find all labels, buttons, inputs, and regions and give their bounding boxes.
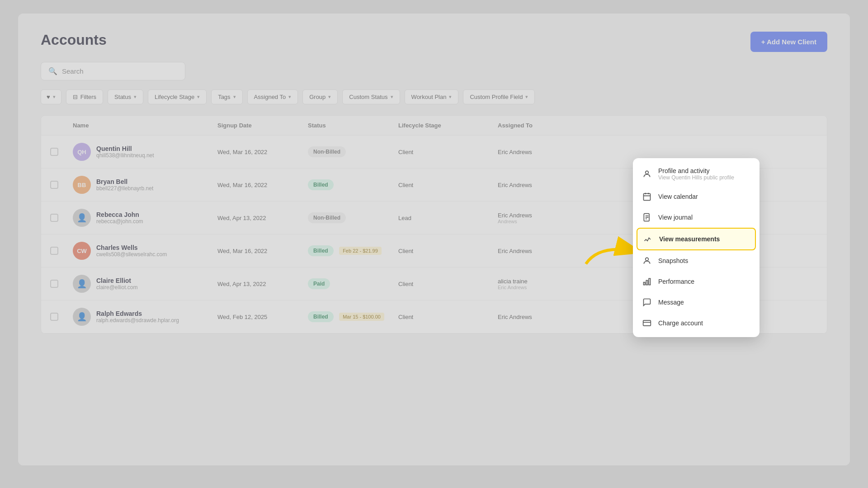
client-name: Ralph Edwards xyxy=(96,310,179,317)
menu-item-label: Profile and activity xyxy=(658,167,710,174)
svg-point-0 xyxy=(646,171,649,174)
measurements-icon xyxy=(643,234,653,244)
lifecycle-filter[interactable]: Lifecycle Stage ▾ xyxy=(148,89,207,104)
col-checkbox xyxy=(50,122,73,129)
chevron-down-icon: ▾ xyxy=(233,94,236,100)
lifecycle-stage: Lead xyxy=(398,215,498,221)
client-email: claire@elliot.com xyxy=(96,284,138,291)
client-info: 👤 Claire Elliot claire@elliot.com xyxy=(73,275,217,293)
col-status: Status xyxy=(308,122,398,129)
journal-icon xyxy=(642,212,652,222)
svg-rect-8 xyxy=(646,281,647,285)
client-info: 👤 Rebecca John rebecca@john.com xyxy=(73,209,217,227)
custom-profile-filter[interactable]: Custom Profile Field ▾ xyxy=(463,89,535,104)
menu-item-label: Charge account xyxy=(658,319,703,327)
profile-icon xyxy=(642,169,652,179)
context-menu-item-profile[interactable]: Profile and activity View Quentin Hills … xyxy=(633,162,760,186)
client-email: ralph.edwards@sdrawde.hplar.org xyxy=(96,317,179,324)
context-menu-item-journal[interactable]: View journal xyxy=(633,207,760,228)
context-menu: Profile and activity View Quentin Hills … xyxy=(633,158,760,337)
search-input[interactable] xyxy=(62,67,178,75)
status-badge: Billed xyxy=(308,245,334,256)
performance-icon xyxy=(642,277,652,286)
menu-item-label: Performance xyxy=(658,278,694,285)
search-icon: 🔍 xyxy=(48,67,57,75)
col-name: Name xyxy=(73,122,217,129)
chevron-down-icon: ▾ xyxy=(197,94,200,100)
col-lifecycle: Lifecycle Stage xyxy=(398,122,498,129)
context-menu-item-calendar[interactable]: View calendar xyxy=(633,186,760,207)
status-filter[interactable]: Status ▾ xyxy=(108,89,143,104)
menu-item-label: View calendar xyxy=(658,193,698,200)
status-badge: Billed xyxy=(308,179,334,190)
avatar: CW xyxy=(73,242,91,260)
status-cell: Billed Mar 15 - $100.00 xyxy=(308,311,398,322)
client-name: Claire Elliot xyxy=(96,277,138,284)
signup-date: Wed, Mar 16, 2022 xyxy=(217,149,308,155)
svg-rect-1 xyxy=(644,193,651,200)
avatar: 👤 xyxy=(73,308,91,326)
chevron-down-icon: ▾ xyxy=(134,94,137,100)
status-cell: Billed xyxy=(308,179,398,190)
custom-status-filter[interactable]: Custom Status ▾ xyxy=(342,89,400,104)
add-client-button[interactable]: + Add New Client xyxy=(750,32,827,52)
client-email: bbell227@llebnayrb.net xyxy=(96,185,153,192)
chevron-down-icon: ▾ xyxy=(288,94,291,100)
signup-date: Wed, Apr 13, 2022 xyxy=(217,215,308,221)
chevron-down-icon: ▾ xyxy=(328,94,331,100)
chevron-down-icon: ▾ xyxy=(391,94,393,100)
assigned-to: Eric Andrews Andrews xyxy=(498,212,588,224)
signup-date: Wed, Feb 12, 2025 xyxy=(217,314,308,320)
assigned-filter[interactable]: Assigned To ▾ xyxy=(247,89,298,104)
client-name: Rebecca John xyxy=(96,211,143,218)
charge-icon xyxy=(642,318,652,328)
assigned-to: alicia traine Eric Andrews xyxy=(498,278,588,290)
payment-badge: Feb 22 - $21.99 xyxy=(339,247,382,255)
tags-filter[interactable]: Tags ▾ xyxy=(211,89,242,104)
svg-point-6 xyxy=(646,258,649,261)
context-menu-item-charge[interactable]: Charge account xyxy=(633,313,760,333)
signup-date: Wed, Mar 16, 2022 xyxy=(217,248,308,254)
client-email: rebecca@john.com xyxy=(96,218,143,225)
lifecycle-stage: Client xyxy=(398,149,498,155)
assigned-to: Eric Andrews xyxy=(498,182,588,188)
chevron-down-icon: ▾ xyxy=(449,94,452,100)
lifecycle-stage: Client xyxy=(398,314,498,320)
client-name: Quentin Hill xyxy=(96,145,154,152)
favorites-filter[interactable]: ♥ ▾ xyxy=(41,89,61,104)
status-badge: Paid xyxy=(308,278,330,289)
menu-item-label: Snapshots xyxy=(658,257,688,264)
context-menu-item-performance[interactable]: Performance xyxy=(633,271,760,292)
calendar-icon xyxy=(642,192,652,202)
col-assigned: Assigned To xyxy=(498,122,588,129)
assigned-to: Eric Andrews xyxy=(498,314,588,320)
snapshots-icon xyxy=(642,256,652,266)
search-bar: 🔍 xyxy=(41,62,185,80)
row-checkbox[interactable] xyxy=(50,214,58,222)
workout-filter[interactable]: Workout Plan ▾ xyxy=(405,89,459,104)
heart-icon: ♥ xyxy=(47,94,50,100)
row-checkbox[interactable] xyxy=(50,181,58,189)
client-email: cwells508@sllewselrahc.com xyxy=(96,251,167,258)
menu-item-sub: View Quentin Hills public profile xyxy=(658,174,734,181)
row-checkbox[interactable] xyxy=(50,313,58,321)
filter-icon: ⊟ xyxy=(73,94,78,100)
payment-badge: Mar 15 - $100.00 xyxy=(339,313,384,321)
signup-date: Wed, Apr 13, 2022 xyxy=(217,281,308,287)
menu-item-label: Message xyxy=(658,299,684,306)
filters-button[interactable]: ⊟ Filters xyxy=(66,89,103,104)
svg-rect-9 xyxy=(649,278,650,285)
avatar: 👤 xyxy=(73,209,91,227)
row-checkbox[interactable] xyxy=(50,148,58,156)
context-menu-item-message[interactable]: Message xyxy=(633,292,760,313)
status-badge: Non-Billed xyxy=(308,146,346,157)
status-badge: Billed xyxy=(308,311,334,322)
lifecycle-stage: Client xyxy=(398,248,498,254)
context-menu-item-snapshots[interactable]: Snapshots xyxy=(633,250,760,271)
context-menu-item-measurements[interactable]: View measurements xyxy=(637,228,756,250)
row-checkbox[interactable] xyxy=(50,280,58,288)
col-signup: Signup Date xyxy=(217,122,308,129)
row-checkbox[interactable] xyxy=(50,247,58,255)
group-filter[interactable]: Group ▾ xyxy=(302,89,338,104)
status-cell: Paid xyxy=(308,278,398,289)
